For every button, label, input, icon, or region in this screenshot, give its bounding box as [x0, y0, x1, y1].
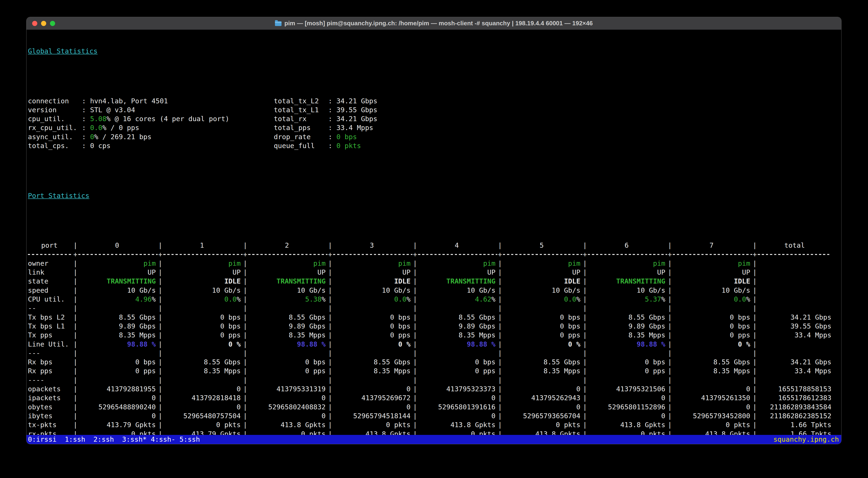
value: 0	[237, 403, 241, 411]
value: 52965480757504	[183, 412, 241, 420]
value: 8.35 Mpps	[204, 367, 241, 375]
table-cell: 34.21 Gbps	[758, 357, 841, 367]
stat-line: rx_cpu_util.: 0.0% / 0 ppstotal_pps: 33.…	[28, 123, 841, 132]
table-cell: UP	[588, 268, 673, 277]
table-cell: 0 pps	[79, 367, 163, 375]
table-cell: 0 pps	[418, 367, 503, 375]
value: UP	[572, 268, 580, 276]
value: 413795331319	[276, 385, 326, 393]
value: 0 bps	[305, 358, 326, 366]
value: 0 bps	[560, 322, 580, 330]
stat-right-column: total_tx_L2: 34.21 Gbps	[274, 97, 377, 105]
value-unit: %	[322, 295, 326, 303]
table-cell: 413.8 Gpkts	[418, 420, 503, 429]
value: 0.0	[224, 295, 237, 303]
table-cell: 0	[79, 411, 163, 420]
stat-colon: :	[328, 106, 336, 114]
value: pim	[144, 260, 156, 267]
table-cell	[248, 304, 333, 313]
table-cell: 0 bps	[163, 322, 248, 331]
table-cell: 0 bps	[503, 322, 588, 331]
table-cell: 0	[588, 394, 673, 402]
value: 0	[407, 385, 410, 393]
value: 413795262943	[531, 394, 580, 402]
value: 0.0	[734, 295, 746, 303]
table-cell: 413795269672	[333, 394, 418, 402]
value: 52965793656704	[523, 412, 580, 420]
value: 413795261350	[701, 394, 750, 402]
value: 0 bps	[220, 313, 241, 321]
stat-value-green: 0.0	[90, 124, 102, 132]
value: 33.4 Mpps	[795, 367, 831, 375]
table-cell	[503, 349, 588, 357]
value-unit: %	[152, 295, 156, 303]
table-cell: IDLE	[333, 277, 418, 286]
table-cell: 0 bps	[673, 313, 758, 322]
value: 0 pkts	[216, 421, 241, 429]
value: UP	[317, 268, 326, 276]
table-cell	[673, 304, 758, 313]
table-cell: 9.89 Gbps	[248, 322, 333, 331]
port-state: TRANSMITTING	[616, 277, 665, 285]
table-cell: 0	[673, 384, 758, 394]
value: 9.89 Gbps	[628, 322, 665, 330]
value: 0 bps	[135, 358, 156, 366]
table-cell: 8.55 Gbps	[673, 357, 758, 367]
stat-colon: :	[328, 142, 336, 150]
stat-value: 0 cps	[90, 142, 111, 150]
separator-cell	[588, 250, 673, 259]
table-cell: pim	[333, 259, 418, 268]
row-label: ipackets	[28, 394, 79, 402]
stat-colon: :	[328, 133, 336, 141]
value: 0 %	[398, 340, 410, 348]
table-cell: 34.21 Gbps	[758, 313, 841, 322]
table-cell: 5.38%	[248, 295, 333, 304]
column-header: 5	[503, 241, 588, 250]
value-unit: %	[407, 295, 410, 303]
stat-right-column: drop_rate: 0 bps	[274, 132, 357, 141]
table-cell: 0 pps	[333, 331, 418, 340]
column-header: 6	[588, 241, 673, 250]
table-cell	[758, 376, 841, 384]
value: 413792881955	[106, 385, 156, 393]
table-cell: 8.55 Gbps	[588, 313, 673, 322]
table-cell: 8.55 Gbps	[503, 357, 588, 367]
table-cell	[79, 349, 163, 357]
table-cell: 10 Gb/s	[248, 286, 333, 295]
table-cell: 0	[333, 384, 418, 394]
value: 34.21 Gbps	[790, 358, 831, 366]
value: 52965801152896	[608, 403, 665, 411]
global-statistics-heading: Global Statistics	[28, 47, 98, 55]
value: 8.55 Gbps	[119, 313, 156, 321]
row-label: state	[28, 277, 79, 286]
window-titlebar: pim — [mosh] pim@squanchy.ipng.ch: /home…	[27, 17, 841, 30]
value: pim	[398, 260, 410, 267]
table-cell: 98.88 %	[588, 340, 673, 349]
table-cell: 39.55 Gbps	[758, 322, 841, 331]
table-cell: 0	[79, 394, 163, 402]
table-cell: 10 Gb/s	[673, 286, 758, 295]
table-cell: 10 Gb/s	[163, 286, 248, 295]
value: 413.8 Gpkts	[620, 421, 665, 429]
value: 0 pps	[645, 367, 665, 375]
value-unit: %	[237, 295, 241, 303]
table-cell: UP	[163, 268, 248, 277]
table-cell: 413795323373	[418, 384, 503, 394]
value: 0 pps	[135, 367, 156, 375]
port-state: IDLE	[394, 277, 410, 285]
stat-value: hvn4.lab, Port 4501	[90, 97, 168, 105]
table-cell: pim	[163, 259, 248, 268]
value: 0.0	[564, 295, 576, 303]
tmux-hostname: squanchy.ipng.ch	[773, 435, 839, 444]
value: 10 Gb/s	[722, 286, 750, 294]
value: 0	[492, 412, 495, 420]
value: 10 Gb/s	[382, 286, 410, 294]
value: 0	[577, 385, 580, 393]
table-cell: 98.88 %	[248, 340, 333, 349]
table-cell: 0 bps	[79, 357, 163, 367]
stat-colon: :	[328, 115, 336, 123]
table-cell	[588, 376, 673, 384]
row-label: opackets	[28, 384, 79, 394]
tmux-window-list: 0:irssi 1:ssh 2:ssh 3:ssh* 4:ssh- 5:ssh	[28, 435, 200, 443]
value: 8.55 Gbps	[544, 358, 580, 366]
